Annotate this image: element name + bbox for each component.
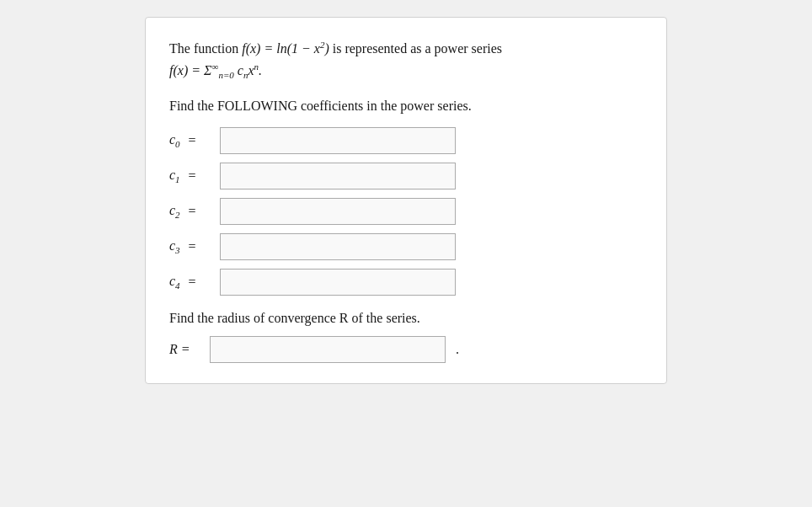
series-notation: f(x) = Σ∞n=0 cnxn. [169, 63, 262, 77]
convergence-row: R = . [169, 336, 643, 363]
input-c1[interactable] [220, 163, 456, 189]
coefficient-label-c1: c1 = [169, 168, 220, 184]
input-c2[interactable] [220, 198, 456, 225]
period: . [456, 342, 459, 357]
coefficient-row-c2: c2 = [169, 198, 643, 225]
coefficient-row-c1: c1 = [169, 163, 643, 189]
coefficient-label-c4: c4 = [169, 274, 220, 291]
problem-card: The function f(x) = ln(1 − x2) is repres… [145, 17, 667, 384]
coefficient-label-c0: c0 = [169, 132, 220, 149]
instruction-text: Find the FOLLOWING coefficients in the p… [169, 99, 643, 114]
coefficients-section: c0 = c1 = c2 = c3 = [169, 127, 643, 296]
r-label: R = [169, 342, 203, 357]
coefficient-row-c3: c3 = [169, 233, 643, 260]
convergence-instruction: Find the radius of convergence R of the … [169, 311, 643, 326]
input-c4[interactable] [220, 269, 456, 296]
coefficient-label-c2: c2 = [169, 203, 220, 220]
problem-description: The function f(x) = ln(1 − x2) is repres… [169, 38, 643, 83]
input-c3[interactable] [220, 233, 456, 260]
function-notation: f(x) = ln(1 − x2) [242, 41, 329, 56]
input-r[interactable] [210, 336, 446, 363]
coefficient-row-c4: c4 = [169, 269, 643, 296]
coefficient-row-c0: c0 = [169, 127, 643, 154]
input-c0[interactable] [220, 127, 456, 154]
convergence-section: Find the radius of convergence R of the … [169, 311, 643, 363]
coefficient-label-c3: c3 = [169, 238, 220, 255]
